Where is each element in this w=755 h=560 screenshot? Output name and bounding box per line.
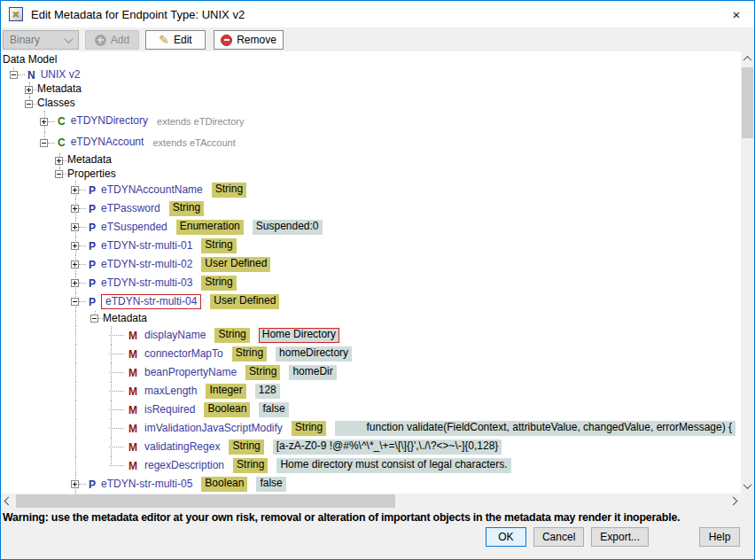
type-badge[interactable]: String	[169, 201, 204, 216]
type-badge[interactable]: Enumeration	[176, 220, 244, 235]
type-badge[interactable]: Boolean	[204, 402, 250, 417]
value-badge[interactable]: Suspended:0	[253, 220, 323, 235]
vertical-scrollbar-thumb[interactable]	[742, 67, 753, 138]
tree-row[interactable]: NUNIX v2	[1, 67, 741, 82]
collapse-icon[interactable]	[71, 298, 79, 306]
tree-row[interactable]: MconnectorMapToStringhomeDirectory	[1, 345, 741, 363]
type-badge[interactable]: String	[214, 328, 249, 343]
remove-button[interactable]: Remove	[214, 30, 284, 50]
edit-button[interactable]: ✎ Edit	[145, 30, 206, 50]
node-label[interactable]: Classes	[37, 97, 75, 109]
expand-icon[interactable]	[25, 86, 33, 94]
expand-icon[interactable]	[71, 279, 79, 287]
value-badge[interactable]: homeDirectory	[276, 346, 352, 362]
scroll-up-icon[interactable]	[741, 51, 754, 66]
tree-row[interactable]: MregexDescriptionStringHome directory mu…	[1, 456, 741, 475]
node-label[interactable]: isRequired	[144, 404, 195, 416]
type-badge[interactable]: String	[212, 183, 246, 198]
tree-row[interactable]: PeTDYNAccountNameString	[1, 181, 741, 199]
tree-row[interactable]: Metadata	[1, 82, 741, 97]
tree-row[interactable]: MbeanPropertyNameStringhomeDir	[1, 363, 741, 382]
type-select[interactable]: Binary	[3, 30, 79, 50]
node-label[interactable]: eTSuspended	[101, 222, 167, 233]
node-label[interactable]: imValidationJavaScriptModify	[144, 423, 283, 434]
ok-button[interactable]: OK	[486, 527, 526, 547]
tree-row[interactable]: MdisplayNameStringHome Directory	[1, 326, 741, 345]
expand-icon[interactable]	[71, 205, 79, 213]
expand-icon[interactable]	[71, 261, 79, 268]
value-badge[interactable]: homeDir	[289, 365, 336, 380]
collapse-icon[interactable]	[40, 139, 48, 147]
node-label[interactable]: eTDYN-str-multi-05	[101, 478, 192, 490]
node-label[interactable]: beanPropertyName	[144, 367, 237, 378]
type-badge[interactable]: String	[229, 439, 263, 455]
collapse-icon[interactable]	[55, 170, 63, 178]
tree-row[interactable]: PeTPasswordString	[1, 199, 741, 218]
node-label[interactable]: eTDYNAccountName	[101, 184, 203, 196]
type-badge[interactable]: String	[232, 346, 267, 362]
horizontal-scrollbar[interactable]	[1, 494, 741, 509]
value-badge[interactable]: function validate(FieldContext, attribut…	[335, 421, 736, 436]
node-label[interactable]: Data Model	[3, 54, 57, 66]
type-badge[interactable]: String	[292, 421, 326, 436]
node-label[interactable]: displayName	[144, 330, 206, 341]
collapse-icon[interactable]	[25, 100, 33, 108]
node-label[interactable]: eTDYN-str-multi-03	[101, 277, 192, 289]
tree-row[interactable]: CeTDYNDirectoryextends eTDirectory	[1, 111, 741, 132]
tree-row[interactable]: Data Model	[1, 53, 741, 67]
type-badge[interactable]: Boolean	[201, 477, 247, 492]
node-label[interactable]: maxLength	[144, 385, 197, 397]
value-badge[interactable]: false	[256, 477, 285, 492]
node-label[interactable]: eTPassword	[101, 203, 160, 214]
scroll-down-icon[interactable]	[741, 478, 754, 494]
node-label[interactable]: eTDYNDirectory	[71, 115, 148, 127]
close-icon[interactable]: ×	[725, 4, 748, 25]
cancel-button[interactable]: Cancel	[533, 527, 584, 547]
expand-icon[interactable]	[71, 480, 79, 488]
expand-icon[interactable]	[40, 118, 48, 126]
tree-row[interactable]: PeTDYN-str-multi-02User Defined	[1, 255, 741, 274]
tree-row[interactable]: Metadata	[1, 311, 741, 326]
value-badge[interactable]: Home Directory	[259, 328, 339, 343]
tree-row[interactable]: PeTDYN-str-multi-03String	[1, 274, 741, 292]
tree-row[interactable]: CeTDYNAccountextends eTAccount	[1, 132, 741, 153]
help-button[interactable]: Help	[699, 527, 740, 547]
tree-row[interactable]: MimValidationJavaScriptModifyStringfunct…	[1, 419, 741, 438]
node-label[interactable]: Metadata	[103, 313, 147, 324]
node-label[interactable]: Metadata	[37, 83, 82, 95]
node-label[interactable]: eTDYNAccount	[71, 136, 144, 148]
tree-row[interactable]: PeTDYN-str-multi-05Booleanfalse	[1, 475, 741, 494]
type-badge[interactable]: String	[201, 276, 236, 291]
tree-row[interactable]: MmaxLengthInteger128	[1, 382, 741, 401]
tree-row[interactable]: Properties	[1, 167, 741, 181]
scroll-right-icon[interactable]	[726, 494, 741, 509]
tree-row[interactable]: Metadata	[1, 153, 741, 167]
collapse-icon[interactable]	[90, 315, 98, 323]
node-label[interactable]: Metadata	[67, 154, 112, 166]
tree-row[interactable]: MisRequiredBooleanfalse	[1, 401, 741, 419]
node-label[interactable]: validatingRegex	[144, 441, 220, 453]
expand-icon[interactable]	[55, 157, 63, 165]
expand-icon[interactable]	[71, 186, 79, 194]
export-button[interactable]: Export...	[591, 527, 649, 547]
type-badge[interactable]: Integer	[206, 384, 245, 399]
node-label[interactable]: UNIX v2	[41, 69, 81, 81]
value-badge[interactable]: 128	[255, 384, 280, 399]
node-label[interactable]: Properties	[67, 168, 116, 180]
tree-row[interactable]: PeTDYN-str-multi-04User Defined	[1, 292, 741, 311]
expand-icon[interactable]	[71, 223, 79, 231]
add-button[interactable]: Add	[85, 30, 139, 50]
type-badge[interactable]: String	[201, 238, 236, 253]
horizontal-scrollbar-thumb[interactable]	[16, 494, 395, 508]
node-label[interactable]: regexDescription	[144, 460, 224, 471]
node-label[interactable]: eTDYN-str-multi-01	[101, 240, 192, 252]
tree-row[interactable]: Classes	[1, 97, 741, 111]
value-badge[interactable]: [a-zA-Z0-9 !@#%\^\*_\+=\[\]{}',\./\?<>~\…	[273, 439, 502, 455]
value-badge[interactable]: Home directory must consist of legal cha…	[276, 458, 510, 473]
type-badge[interactable]: String	[233, 458, 268, 473]
type-badge[interactable]: User Defined	[201, 257, 270, 272]
expand-icon[interactable]	[71, 242, 79, 250]
tree-row[interactable]: MvalidatingRegexString[a-zA-Z0-9 !@#%\^\…	[1, 438, 741, 456]
node-label[interactable]: connectorMapTo	[144, 348, 223, 360]
tree-row[interactable]: PeTDYN-str-multi-01String	[1, 237, 741, 255]
